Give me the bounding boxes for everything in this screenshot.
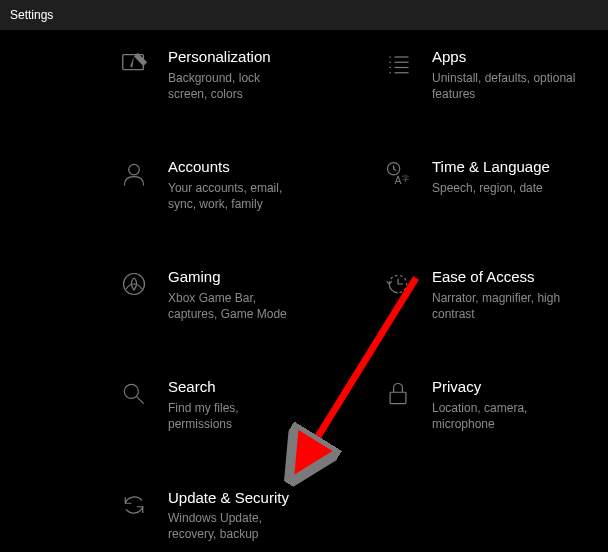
gaming-icon [118,268,150,300]
tile-desc: Find my files, permissions [168,400,294,432]
tile-title: Privacy [432,378,590,397]
svg-point-9 [129,165,140,176]
svg-line-15 [137,397,144,404]
svg-text:字: 字 [402,175,409,182]
tile-title: Accounts [168,158,294,177]
tile-title: Gaming [168,268,294,287]
svg-point-14 [124,385,138,399]
tile-apps[interactable]: Apps Uninstall, defaults, optional featu… [314,48,590,102]
svg-rect-16 [390,393,406,404]
tile-desc: Speech, region, date [432,180,590,196]
tile-title: Personalization [168,48,294,67]
tile-desc: Uninstall, defaults, optional features [432,70,590,102]
personalization-icon [118,48,150,80]
tile-update-security[interactable]: Update & Security Windows Update, recove… [18,489,294,543]
window-title: Settings [10,8,53,22]
tile-title: Apps [432,48,590,67]
tile-desc: Xbox Game Bar, captures, Game Mode [168,290,294,322]
tile-privacy[interactable]: Privacy Location, camera, microphone [314,378,590,432]
tile-desc: Your accounts, email, sync, work, family [168,180,294,212]
privacy-icon [382,378,414,410]
ease-of-access-icon [382,268,414,300]
tile-desc: Background, lock screen, colors [168,70,294,102]
tile-title: Ease of Access [432,268,590,287]
apps-icon [382,48,414,80]
tile-desc: Location, camera, microphone [432,400,590,432]
window-titlebar: Settings [0,0,608,30]
time-language-icon: A 字 [382,158,414,190]
tile-search[interactable]: Search Find my files, permissions [18,378,294,432]
svg-text:A: A [395,174,402,186]
tile-ease-of-access[interactable]: Ease of Access Narrator, magnifier, high… [314,268,590,322]
tile-desc: Windows Update, recovery, backup [168,510,294,542]
tile-title: Search [168,378,294,397]
tile-time-language[interactable]: A 字 Time & Language Speech, region, date [314,158,590,212]
tile-title: Update & Security [168,489,294,508]
tile-personalization[interactable]: Personalization Background, lock screen,… [18,48,294,102]
settings-categories: Personalization Background, lock screen,… [0,30,608,543]
update-security-icon [118,489,150,521]
tile-gaming[interactable]: Gaming Xbox Game Bar, captures, Game Mod… [18,268,294,322]
tile-title: Time & Language [432,158,590,177]
tile-accounts[interactable]: Accounts Your accounts, email, sync, wor… [18,158,294,212]
tile-desc: Narrator, magnifier, high contrast [432,290,590,322]
search-icon [118,378,150,410]
accounts-icon [118,158,150,190]
